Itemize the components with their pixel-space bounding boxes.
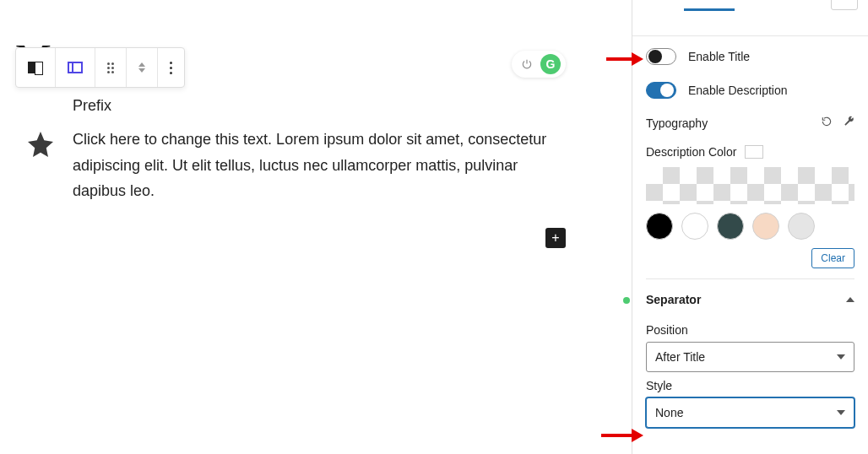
more-icon (170, 62, 172, 74)
wrench-icon (843, 116, 854, 127)
description-text[interactable]: Click here to change this text. Lorem ip… (73, 127, 566, 204)
description-color-row: Description Color (646, 145, 854, 159)
description-color-label: Description Color (646, 145, 736, 159)
editor-canvas: M t G (0, 0, 632, 454)
drag-handle[interactable] (95, 48, 127, 87)
block-text-wrapper: Prefix Click here to change this text. L… (73, 97, 566, 204)
drag-icon (107, 62, 114, 73)
clear-color-button[interactable]: Clear (811, 248, 854, 268)
layout-button[interactable] (56, 48, 95, 87)
position-select[interactable]: After Title (646, 342, 854, 372)
status-dot (623, 297, 630, 304)
swatch-black[interactable] (646, 213, 673, 240)
power-icon (521, 58, 533, 70)
separator-section-header[interactable]: Separator (646, 278, 854, 316)
move-updown-button[interactable] (127, 48, 158, 87)
color-swatches (646, 213, 854, 240)
enable-description-label: Enable Description (688, 84, 788, 97)
swatch-grey[interactable] (788, 213, 815, 240)
typography-row: Typography (646, 116, 854, 130)
grammarly-button[interactable]: G (540, 54, 561, 74)
enable-title-row: Enable Title (646, 48, 854, 65)
info-box-block[interactable]: Prefix Click here to change this text. L… (25, 97, 566, 204)
style-value: None (655, 406, 683, 419)
updown-icon (138, 62, 145, 73)
settings-sidebar: Enable Title Enable Description Typograp… (632, 0, 868, 454)
transparent-swatch[interactable] (646, 167, 854, 204)
block-toolbar (15, 47, 185, 88)
separator-title: Separator (646, 293, 701, 306)
enable-title-toggle[interactable] (646, 48, 676, 65)
power-button[interactable] (517, 54, 537, 74)
add-block-button[interactable]: + (545, 228, 566, 248)
annotation-arrow-1 (606, 52, 643, 66)
chevron-down-icon (837, 354, 845, 359)
reset-typography-button[interactable] (821, 116, 833, 130)
star-icon (25, 129, 56, 159)
enable-description-toggle[interactable] (646, 82, 676, 99)
swatch-white[interactable] (681, 213, 708, 240)
swatch-peach[interactable] (752, 213, 779, 240)
typography-label: Typography (646, 116, 708, 130)
position-value: After Title (655, 350, 705, 364)
canvas-status-pill: G (512, 51, 566, 78)
more-options-button[interactable] (158, 48, 184, 87)
layout-icon (68, 62, 83, 73)
reset-icon (821, 116, 833, 127)
style-label: Style (646, 379, 854, 392)
block-type-button[interactable] (16, 48, 56, 87)
block-type-icon (28, 62, 43, 73)
typography-settings-button[interactable] (843, 116, 854, 130)
prefix-text[interactable]: Prefix (73, 97, 566, 115)
swatch-teal[interactable] (717, 213, 744, 240)
chevron-up-icon (846, 297, 854, 302)
color-preview[interactable] (745, 145, 763, 159)
annotation-arrow-2 (601, 429, 643, 442)
enable-description-row: Enable Description (646, 82, 854, 99)
position-label: Position (646, 323, 854, 337)
chevron-down-icon (837, 410, 845, 415)
style-select[interactable]: None (646, 397, 854, 428)
enable-title-label: Enable Title (688, 50, 750, 63)
